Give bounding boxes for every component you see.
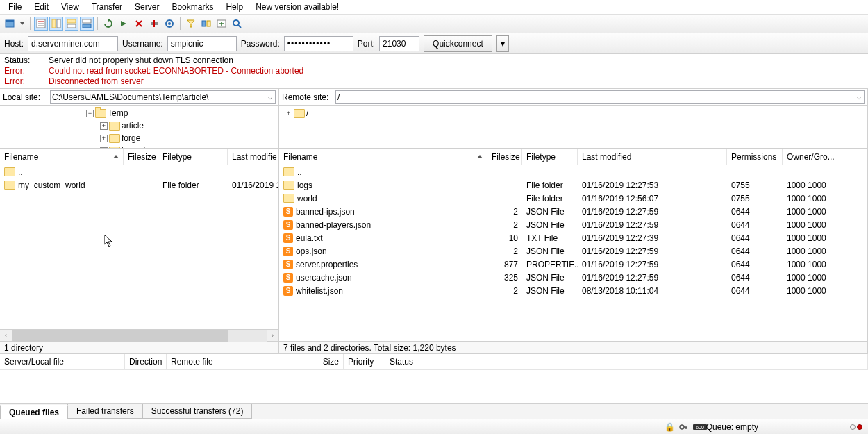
local-status: 1 directory bbox=[0, 341, 278, 353]
svg-rect-9 bbox=[67, 24, 76, 28]
activity-indicator bbox=[850, 424, 862, 430]
compare-icon[interactable] bbox=[199, 17, 213, 31]
file-icon: S bbox=[283, 273, 293, 283]
collapse-icon[interactable]: − bbox=[86, 110, 94, 117]
quickconnect-history-button[interactable]: ▾ bbox=[496, 35, 509, 52]
transfer-queue[interactable] bbox=[0, 370, 868, 403]
remote-tree[interactable]: +/ bbox=[279, 106, 867, 149]
remote-pane: Remote site: /⌵ +/ Filename Filesize Fil… bbox=[279, 89, 868, 353]
tab-success[interactable]: Successful transfers (72) bbox=[142, 404, 253, 419]
tree-node[interactable]: −Temp bbox=[3, 107, 276, 119]
search-icon[interactable] bbox=[230, 17, 244, 31]
menu-transfer[interactable]: Transfer bbox=[86, 1, 128, 13]
list-item[interactable]: logsFile folder01/16/2019 12:27:53075510… bbox=[279, 178, 867, 192]
list-item[interactable]: Sbanned-ips.json2JSON File01/16/2019 12:… bbox=[279, 205, 867, 218]
filter-icon[interactable] bbox=[184, 17, 198, 31]
menu-edit[interactable]: Edit bbox=[28, 1, 54, 13]
update-notice[interactable]: New version available! bbox=[250, 1, 344, 13]
col-filetype[interactable]: Filetype bbox=[158, 149, 228, 165]
col-filesize[interactable]: Filesize bbox=[487, 149, 522, 165]
password-input[interactable] bbox=[284, 36, 353, 51]
list-item[interactable]: Sops.json2JSON File01/16/2019 12:27:5906… bbox=[279, 244, 867, 258]
scroll-right-icon[interactable]: › bbox=[267, 330, 278, 342]
col-local-file[interactable]: Server/Local file bbox=[0, 354, 125, 369]
chevron-down-icon[interactable]: ⌵ bbox=[267, 93, 274, 101]
col-status[interactable]: Status bbox=[385, 354, 868, 369]
remote-path-combo[interactable]: /⌵ bbox=[335, 90, 865, 104]
col-modified[interactable]: Last modified bbox=[578, 149, 727, 165]
list-item[interactable]: Swhitelist.json2JSON File08/13/2018 10:1… bbox=[279, 284, 867, 297]
process-queue-icon[interactable] bbox=[117, 17, 131, 31]
quickconnect-button[interactable]: Quickconnect bbox=[424, 35, 492, 52]
port-input[interactable] bbox=[379, 36, 419, 51]
host-input[interactable] bbox=[28, 36, 118, 51]
remote-pathbar: Remote site: /⌵ bbox=[279, 89, 867, 106]
username-input[interactable] bbox=[167, 36, 237, 51]
expand-icon[interactable]: + bbox=[285, 110, 292, 117]
expand-icon[interactable]: + bbox=[100, 135, 108, 142]
tree-node[interactable]: +forge bbox=[3, 132, 276, 144]
refresh-icon[interactable] bbox=[101, 17, 115, 31]
menu-help[interactable]: Help bbox=[220, 1, 249, 13]
col-direction[interactable]: Direction bbox=[125, 354, 167, 369]
queue-tabs: Queued files Failed transfers Successful… bbox=[0, 403, 868, 419]
lock-icon[interactable]: 🔒 bbox=[665, 422, 674, 432]
local-file-list[interactable]: .. my_custom_worldFile folder01/16/2019 … bbox=[0, 165, 278, 329]
message-log[interactable]: Status:Server did not properly shut down… bbox=[0, 54, 868, 89]
tree-node[interactable]: +/ bbox=[282, 107, 865, 119]
col-permissions[interactable]: Permissions bbox=[727, 149, 783, 165]
chevron-down-icon[interactable]: ⌵ bbox=[856, 93, 862, 101]
toggle-log-icon[interactable] bbox=[34, 17, 48, 31]
remote-file-list[interactable]: ..logsFile folder01/16/2019 12:27:530755… bbox=[279, 165, 867, 341]
toggle-local-tree-icon[interactable] bbox=[49, 17, 63, 31]
col-owner[interactable]: Owner/Gro... bbox=[783, 149, 867, 165]
folder-icon bbox=[283, 181, 294, 190]
toggle-remote-tree-icon[interactable] bbox=[65, 17, 78, 31]
file-icon: S bbox=[283, 220, 293, 230]
scroll-left-icon[interactable]: ‹ bbox=[0, 330, 12, 342]
list-item[interactable]: .. bbox=[0, 165, 278, 178]
col-size[interactable]: Size bbox=[319, 354, 344, 369]
expand-icon[interactable]: + bbox=[100, 122, 108, 130]
sync-browse-icon[interactable] bbox=[215, 17, 228, 31]
col-filesize[interactable]: Filesize bbox=[124, 149, 158, 165]
limits-icon[interactable]: 600 bbox=[692, 422, 702, 432]
key-icon[interactable] bbox=[678, 422, 688, 432]
tab-failed[interactable]: Failed transfers bbox=[67, 404, 143, 419]
local-hscrollbar[interactable]: ‹› bbox=[0, 329, 278, 341]
list-item[interactable]: Seula.txt10TXT File01/16/2019 12:27:3906… bbox=[279, 231, 867, 244]
site-manager-drop-icon[interactable] bbox=[18, 17, 26, 31]
list-item[interactable]: worldFile folder01/16/2019 12:56:0707551… bbox=[279, 192, 867, 205]
menu-view[interactable]: View bbox=[56, 1, 85, 13]
cancel-icon[interactable] bbox=[132, 17, 146, 31]
site-manager-icon[interactable] bbox=[3, 17, 17, 31]
remote-status: 7 files and 2 directories. Total size: 1… bbox=[279, 341, 867, 353]
col-filename[interactable]: Filename bbox=[0, 149, 124, 165]
queue-header: Server/Local file Direction Remote file … bbox=[0, 353, 868, 370]
menu-server[interactable]: Server bbox=[129, 1, 165, 13]
tab-queued[interactable]: Queued files bbox=[0, 405, 68, 419]
col-modified[interactable]: Last modifie bbox=[228, 149, 278, 165]
list-item[interactable]: Sserver.properties877PROPERTIE...01/16/2… bbox=[279, 258, 867, 271]
list-item[interactable]: Susercache.json325JSON File01/16/2019 12… bbox=[279, 271, 867, 284]
col-priority[interactable]: Priority bbox=[344, 354, 385, 369]
col-remote-file[interactable]: Remote file bbox=[167, 354, 319, 369]
username-label: Username: bbox=[122, 39, 163, 49]
col-filename[interactable]: Filename bbox=[279, 149, 487, 165]
svg-text:600: 600 bbox=[696, 425, 704, 430]
tree-node[interactable]: +article bbox=[3, 119, 276, 132]
svg-rect-1 bbox=[6, 20, 14, 22]
folder-icon bbox=[283, 167, 294, 176]
list-item[interactable]: my_custom_worldFile folder01/16/2019 1 bbox=[0, 178, 278, 192]
col-filetype[interactable]: Filetype bbox=[522, 149, 578, 165]
local-path-combo[interactable]: C:\Users\JAMES\Documents\Temp\article\⌵ bbox=[50, 90, 276, 104]
menu-bookmarks[interactable]: Bookmarks bbox=[166, 1, 219, 13]
menu-file[interactable]: File bbox=[3, 1, 27, 13]
toggle-queue-icon[interactable] bbox=[80, 17, 94, 31]
local-tree[interactable]: −Temp +article +forge +json-storage bbox=[0, 106, 278, 149]
reconnect-icon[interactable] bbox=[162, 17, 176, 31]
disconnect-icon[interactable] bbox=[147, 17, 161, 31]
list-item[interactable]: .. bbox=[279, 165, 867, 178]
list-item[interactable]: Sbanned-players.json2JSON File01/16/2019… bbox=[279, 218, 867, 231]
svg-point-17 bbox=[168, 22, 171, 25]
